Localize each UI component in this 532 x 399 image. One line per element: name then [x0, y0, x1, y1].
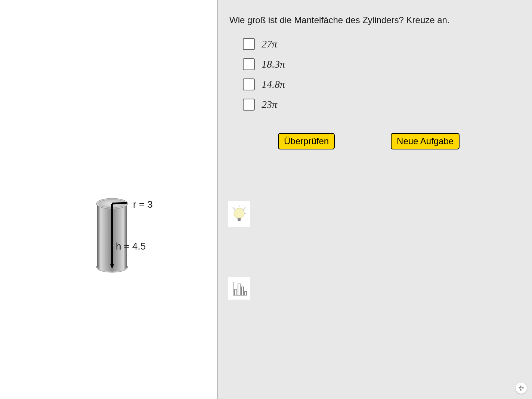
svg-rect-16	[235, 289, 237, 295]
contract-icon	[519, 386, 524, 391]
height-label: h = 4.5	[116, 241, 146, 252]
svg-rect-9	[238, 218, 241, 221]
graphic-panel: r = 3 h = 4.5	[0, 0, 218, 399]
svg-line-10	[233, 207, 235, 210]
check-button[interactable]: Überprüfen	[278, 133, 335, 149]
button-row: Überprüfen Neue Aufgabe	[229, 133, 521, 149]
option-row: 27π	[243, 38, 521, 50]
new-task-button[interactable]: Neue Aufgabe	[391, 133, 460, 149]
lightbulb-icon	[231, 204, 248, 225]
stats-button[interactable]	[228, 277, 250, 300]
option-row: 23π	[243, 99, 521, 111]
option-checkbox-2[interactable]	[243, 78, 255, 90]
svg-line-11	[243, 207, 245, 210]
option-label: 27π	[262, 38, 277, 50]
option-label: 18.3π	[262, 58, 285, 70]
option-label: 23π	[262, 99, 277, 111]
svg-point-8	[234, 208, 244, 219]
svg-rect-17	[238, 284, 240, 295]
svg-rect-18	[241, 287, 244, 295]
question-panel: Wie groß ist die Mantelfäche des Zylinde…	[218, 0, 532, 399]
radius-label: r = 3	[133, 199, 153, 210]
bar-chart-icon	[231, 280, 247, 297]
fullscreen-button[interactable]	[516, 383, 527, 394]
hint-button[interactable]	[228, 201, 250, 227]
cylinder-graphic	[90, 191, 164, 280]
options-group: 27π 18.3π 14.8π 23π	[243, 38, 521, 111]
question-text: Wie groß ist die Mantelfäche des Zylinde…	[229, 15, 521, 25]
option-row: 14.8π	[243, 78, 521, 90]
option-label: 14.8π	[262, 78, 285, 90]
svg-line-5	[112, 203, 127, 204]
option-checkbox-3[interactable]	[243, 99, 255, 111]
option-checkbox-0[interactable]	[243, 38, 255, 50]
option-row: 18.3π	[243, 58, 521, 70]
option-checkbox-1[interactable]	[243, 58, 255, 70]
svg-rect-19	[245, 291, 247, 295]
